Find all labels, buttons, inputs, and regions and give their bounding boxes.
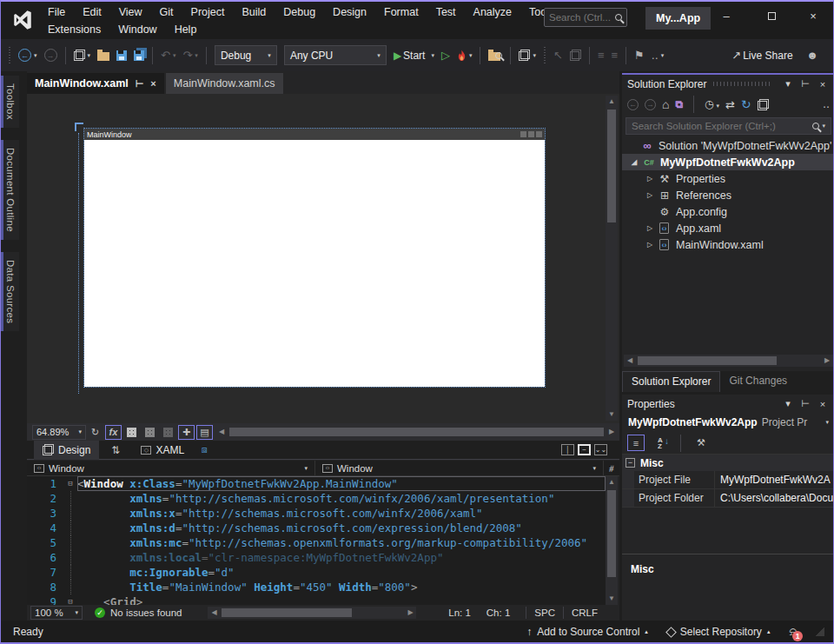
- fold-collapse-icon[interactable]: ⊟: [63, 594, 77, 605]
- side-tab-toolbox[interactable]: Toolbox: [1, 76, 19, 128]
- menu-format[interactable]: Format: [375, 3, 427, 22]
- xaml-code-editor[interactable]: 1⊟<Window x:Class="MyWpfDotnetFwkWv2App.…: [27, 476, 606, 605]
- expander-closed-icon[interactable]: ▷: [643, 191, 657, 199]
- tab-mainwindow-xaml[interactable]: MainWindow.xaml ⊢ ×: [27, 73, 164, 94]
- vertical-split-button[interactable]: │: [561, 444, 574, 455]
- increase-indent-button[interactable]: ≡: [609, 47, 621, 64]
- expander-closed-icon[interactable]: ▷: [643, 224, 657, 232]
- toolbar-overflow-icon[interactable]: ‥: [823, 98, 830, 110]
- start-without-debugging-button[interactable]: ▷: [439, 47, 453, 64]
- resize-grip[interactable]: [816, 627, 824, 636]
- menu-extensions[interactable]: Extensions: [39, 21, 109, 39]
- snap-grid-icon[interactable]: [142, 425, 158, 440]
- editor-zoom-combo[interactable]: 100 %▾: [30, 606, 83, 620]
- expander-open-icon[interactable]: ◢: [627, 158, 641, 166]
- open-file-button[interactable]: [95, 47, 112, 63]
- scrollbar-thumb[interactable]: [607, 490, 616, 577]
- close-icon[interactable]: ×: [816, 79, 830, 90]
- find-in-files-button[interactable]: [486, 47, 505, 63]
- global-search-input[interactable]: [549, 12, 615, 23]
- popout-editor-icon[interactable]: ⧈: [202, 444, 208, 455]
- designer-vertical-scrollbar[interactable]: ▲ ▼: [606, 96, 618, 421]
- expander-closed-icon[interactable]: ▷: [643, 175, 657, 183]
- back-arrow-icon[interactable]: ←: [627, 99, 639, 110]
- live-share-button[interactable]: ↗Live Share: [729, 47, 798, 64]
- designer-horizontal-scrollbar[interactable]: ◀ ▶: [215, 426, 618, 438]
- pin-icon[interactable]: ⊢: [798, 78, 812, 90]
- show-grid-icon[interactable]: [123, 425, 140, 440]
- code-line-2[interactable]: 2 xmlns="http://schemas.microsoft.com/wi…: [27, 491, 606, 506]
- undo-button[interactable]: ↶▾: [158, 47, 178, 64]
- collapse-pane-button[interactable]: ⌄⌄: [594, 444, 607, 455]
- side-tab-data-sources[interactable]: Data Sources: [1, 252, 19, 331]
- code-line-4[interactable]: 4 xmlns:d="http://schemas.microsoft.com/…: [27, 521, 606, 535]
- scroll-right-icon[interactable]: ▶: [404, 607, 416, 619]
- tree-item-app-xaml[interactable]: ▷‹›App.xaml: [622, 220, 834, 236]
- toolbar-overflow-button[interactable]: ‥▾: [649, 47, 667, 64]
- home-icon[interactable]: ⌂: [662, 97, 669, 111]
- menu-help[interactable]: Help: [166, 21, 206, 39]
- scrollbar-thumb[interactable]: [229, 428, 604, 436]
- code-line-9[interactable]: 9⊟ <Grid>: [27, 594, 606, 605]
- global-search-box[interactable]: [544, 8, 627, 27]
- pending-changes-filter-icon[interactable]: ◷▾: [705, 98, 719, 110]
- code-line-5[interactable]: 5 xmlns:mc="http://schemas.openxmlformat…: [27, 535, 606, 550]
- pin-icon[interactable]: ⊢: [798, 398, 812, 409]
- pin-icon[interactable]: ⊢: [136, 78, 144, 90]
- preview-window-button[interactable]: ▾: [516, 47, 539, 63]
- hot-reload-button[interactable]: ▾: [454, 47, 475, 64]
- solution-platform-combo[interactable]: Any CPU▾: [284, 45, 387, 65]
- account-button[interactable]: My...App: [645, 7, 711, 30]
- issues-status-text[interactable]: No issues found: [110, 607, 182, 618]
- close-icon[interactable]: ×: [816, 399, 830, 409]
- tab-mainwindow-xaml-cs[interactable]: MainWindow.xaml.cs: [166, 73, 283, 94]
- design-view-tab[interactable]: Design: [34, 441, 99, 460]
- forward-arrow-icon[interactable]: →: [645, 99, 656, 110]
- pointer-tool-button[interactable]: ↖: [551, 47, 566, 64]
- editor-horizontal-scrollbar[interactable]: ◀ ▶: [208, 607, 416, 619]
- menu-design[interactable]: Design: [324, 3, 375, 22]
- solution-explorer-search-box[interactable]: ▾: [626, 117, 831, 135]
- effects-fx-button[interactable]: fx: [105, 425, 122, 440]
- collapse-all-icon[interactable]: [758, 99, 769, 110]
- close-button[interactable]: ×: [793, 2, 833, 30]
- code-line-3[interactable]: 3 xmlns:x="http://schemas.microsoft.com/…: [27, 506, 606, 521]
- code-line-6[interactable]: 6 xmlns:local="clr-namespace:MyWpfDotnet…: [27, 550, 606, 565]
- breadcrumb-left[interactable]: ‹› Window▾: [27, 461, 315, 475]
- category-header-misc[interactable]: − Misc: [622, 455, 834, 471]
- tree-item-references[interactable]: ▷⊞References: [622, 187, 834, 203]
- fold-collapse-icon[interactable]: ⊟: [63, 476, 77, 491]
- maximize-button[interactable]: [751, 2, 791, 30]
- column-indicator[interactable]: Ch: 1: [486, 607, 511, 618]
- panel-menu-icon[interactable]: ▾: [781, 78, 795, 90]
- expander-closed-icon[interactable]: ▷: [643, 241, 657, 249]
- alphabetical-sort-button[interactable]: AZ↓: [652, 435, 669, 451]
- toggle-artboard-bg-icon[interactable]: [160, 425, 176, 440]
- split-editor-icon[interactable]: ⧣: [604, 461, 619, 475]
- scroll-down-icon[interactable]: ▼: [606, 593, 618, 605]
- navigate-forward-button[interactable]: →: [42, 46, 60, 64]
- selection-corner-handle[interactable]: [75, 123, 83, 131]
- fit-selection-icon[interactable]: ↻: [87, 425, 103, 440]
- navigate-back-button[interactable]: ←▾: [16, 46, 40, 64]
- solution-explorer-search-input[interactable]: [632, 121, 812, 131]
- menu-edit[interactable]: Edit: [74, 3, 110, 22]
- tree-item-solution-mywpfdotnetfwkwv2app[interactable]: ∞Solution 'MyWpfDotnetFwkWv2App': [622, 137, 834, 154]
- start-debugging-button[interactable]: ▶Start▾: [391, 47, 437, 64]
- solution-explorer-horizontal-scrollbar[interactable]: ◀ ▶: [624, 355, 833, 367]
- select-repository-button[interactable]: Select Repository ▴: [667, 626, 771, 638]
- scrollbar-thumb[interactable]: [638, 356, 777, 365]
- solution-explorer-header[interactable]: Solution Explorer ▾ ⊢ ×: [622, 75, 834, 93]
- close-tab-icon[interactable]: ×: [150, 78, 156, 89]
- spaces-indicator[interactable]: SPC: [526, 607, 563, 619]
- save-button[interactable]: [114, 48, 129, 63]
- refresh-icon[interactable]: ↻: [741, 97, 751, 111]
- copy-structure-button[interactable]: [567, 47, 584, 63]
- menu-git[interactable]: Git: [151, 3, 182, 22]
- scroll-down-icon[interactable]: ▼: [606, 408, 618, 421]
- scroll-up-icon[interactable]: ▲: [606, 96, 618, 108]
- xaml-designer-surface[interactable]: MainWindow ▲ ▼: [27, 94, 619, 423]
- switch-views-icon[interactable]: ⇄: [725, 98, 735, 111]
- menu-build[interactable]: Build: [233, 3, 275, 22]
- decrease-indent-button[interactable]: ≡: [595, 47, 607, 64]
